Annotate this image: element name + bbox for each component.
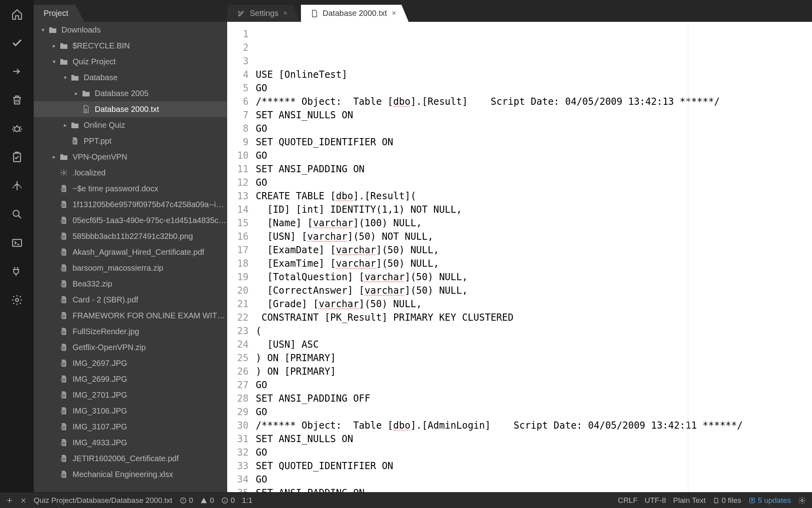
editor[interactable]: 1234567891011121314151617181920212223242… [227,22,812,492]
tree-item[interactable]: IMG_3106.JPG [34,403,227,419]
check-icon[interactable] [11,37,23,49]
editor-tab[interactable]: Settings× [227,5,300,22]
status-add-icon[interactable] [6,497,13,504]
tree-item[interactable]: 05ecf6f5-1aa3-490e-975c-e1d451a4835c.pd [34,212,227,228]
tree-item[interactable]: 585bbb3acb11b227491c32b0.png [34,228,227,244]
svg-rect-19 [61,379,65,382]
tree-item[interactable]: Card - 2 (SBR).pdf [34,292,227,308]
gear-icon[interactable] [11,294,23,306]
chevron-icon: ▸ [61,122,69,128]
home-icon[interactable] [11,8,23,21]
svg-rect-7 [61,188,65,191]
branches-icon[interactable] [11,179,23,192]
status-encoding[interactable]: UTF-8 [645,496,666,505]
folder-icon [59,42,69,49]
img-icon [59,422,69,431]
tree-item-label: IMG_3106.JPG [73,406,127,416]
svg-point-6 [63,172,65,174]
img-icon [59,391,69,399]
trash-icon[interactable] [11,94,23,106]
status-close-icon[interactable] [20,497,27,504]
svg-rect-10 [61,236,65,239]
tree-item[interactable]: 1f131205b6e9579f0975b47c4258a09a--india [34,196,227,212]
tree-item[interactable]: IMG_2697.JPG [34,355,227,371]
gear-icon [59,169,69,177]
tab-icon [311,10,318,17]
tree-item[interactable]: barsoom_macossierra.zip [34,260,227,276]
chevron-icon: ▸ [73,90,80,96]
tree-item[interactable]: ▸VPN-OpenVPN [34,149,227,165]
tree-item[interactable]: IMG_3107.JPG [34,419,227,435]
status-syntax[interactable]: Plain Text [673,496,706,505]
panel-tab-project[interactable]: Project [34,5,84,22]
tree-item[interactable]: Database 2000.txt [34,101,227,117]
status-files[interactable]: 0 files [713,496,741,505]
tree-item-label: 585bbb3acb11b227491c32b0.png [73,232,193,241]
status-info[interactable]: 0 [221,496,235,505]
tree-item[interactable]: ▸Online Quiz [34,117,227,133]
svg-rect-9 [61,220,65,223]
svg-rect-8 [61,204,65,207]
status-errors[interactable]: 0 [180,496,193,505]
tree-item[interactable]: ~$e time password.docx [34,181,227,196]
chevron-icon: ▸ [50,154,57,160]
status-cursor[interactable]: 1:1 [242,496,252,505]
status-warnings[interactable]: 0 [200,496,214,505]
file-tree[interactable]: ▾Downloads▸$RECYCLE.BIN▾Quiz Project▾Dat… [34,22,227,492]
arrow-right-icon[interactable] [11,65,23,78]
tree-item[interactable]: IMG_2701.JPG [34,387,227,403]
svg-rect-11 [61,252,65,255]
tree-item[interactable]: Getflix-OpenVPN.zip [34,339,227,355]
word-icon [59,184,69,193]
zip-icon [59,264,69,272]
tree-item[interactable]: ▾Quiz Project [34,54,227,69]
tree-item[interactable]: FullSizeRender.jpg [34,323,227,339]
close-icon[interactable]: × [392,9,401,17]
img-icon [59,327,69,336]
tree-item-label: ~$e time password.docx [73,184,158,193]
pdf-icon [59,200,69,209]
svg-rect-22 [61,426,65,429]
tree-item[interactable]: PPT.ppt [34,133,227,149]
svg-rect-20 [61,394,65,398]
tree-item[interactable]: ▸Database 2005 [34,85,227,101]
tree-item-label: IMG_3107.JPG [73,422,127,431]
print-margin [688,22,688,492]
tree-item-label: $RECYCLE.BIN [73,41,130,50]
tree-item[interactable]: ▾Downloads [34,22,227,38]
tree-item[interactable]: ▾Database [34,69,227,85]
img-icon [59,375,69,383]
tab-icon [237,10,245,17]
tree-item[interactable]: JETIR1602006_Certificate.pdf [34,450,227,466]
clipboard-check-icon[interactable] [11,151,23,164]
status-updates[interactable]: 5 updates [749,496,791,505]
terminal-icon[interactable] [11,237,23,249]
close-icon[interactable]: × [283,9,292,17]
tree-item[interactable]: Bea332.zip [34,276,227,292]
svg-point-29 [801,499,803,501]
tree-item[interactable]: IMG_4933.JPG [34,435,227,450]
status-path[interactable]: Quiz Project/Database/Database 2000.txt [34,496,172,505]
tree-item-label: FullSizeRender.jpg [73,327,139,336]
status-gear-icon[interactable] [798,496,806,504]
tree-item[interactable]: Mechanical Engineering.xlsx [34,466,227,482]
search-icon[interactable] [11,208,23,221]
svg-rect-14 [61,299,65,302]
zip-icon [59,343,69,352]
folder-icon [70,74,80,81]
tree-item[interactable]: ▸$RECYCLE.BIN [34,38,227,54]
editor-tab[interactable]: Database 2000.txt× [301,5,409,22]
tree-item[interactable]: Akash_Agrawal_Hired_Certificate.pdf [34,244,227,260]
plug-icon[interactable] [11,265,23,278]
tree-item[interactable]: IMG_2699.JPG [34,371,227,387]
bug-icon[interactable] [11,122,23,135]
tree-item-label: IMG_2697.JPG [73,359,127,368]
svg-point-4 [15,298,19,302]
tree-item[interactable]: .localized [34,165,227,181]
zip-icon [59,279,69,288]
status-line-ending[interactable]: CRLF [618,496,638,505]
tree-item-label: Card - 2 (SBR).pdf [73,295,138,304]
panel-title: Project [44,9,68,18]
tree-item[interactable]: FRAMEWORK FOR ONLINE EXAM WITH GRAP [34,308,227,323]
code-content[interactable]: USE [OnlineTest]GO/****** Object: Table … [256,22,812,492]
